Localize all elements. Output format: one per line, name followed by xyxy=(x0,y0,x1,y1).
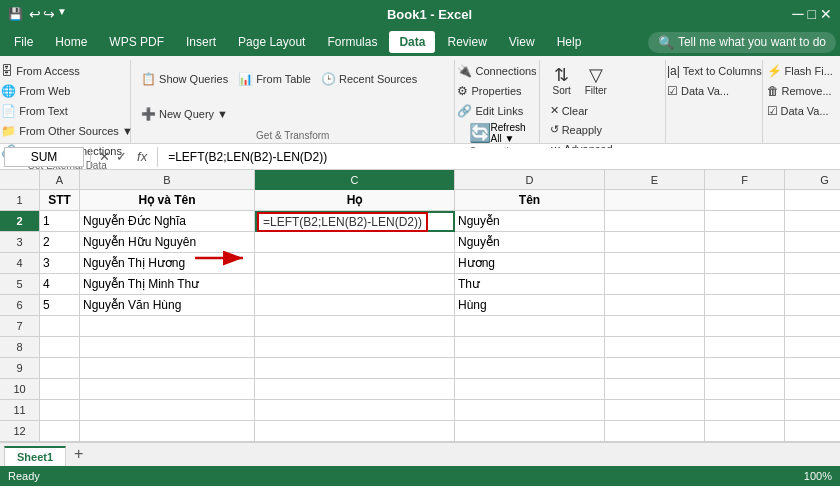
cell-e10[interactable] xyxy=(605,379,705,400)
row-num-5[interactable]: 5 xyxy=(0,274,40,295)
cell-d3[interactable]: Nguyễn xyxy=(455,232,605,253)
row-num-9[interactable]: 9 xyxy=(0,358,40,379)
formula-input[interactable] xyxy=(164,148,836,166)
cell-d7[interactable] xyxy=(455,316,605,337)
cell-e2[interactable] xyxy=(605,211,705,232)
cell-g7[interactable] xyxy=(785,316,840,337)
fx-button[interactable]: fx xyxy=(133,149,151,164)
col-header-e[interactable]: E xyxy=(605,170,705,190)
ribbon-btn-from-other[interactable]: 📁 From Other Sources ▼ xyxy=(0,122,137,140)
cell-f3[interactable] xyxy=(705,232,785,253)
ribbon-btn-data-validation[interactable]: ☑ Data Va... xyxy=(663,82,733,100)
cell-e11[interactable] xyxy=(605,400,705,421)
cell-d6[interactable]: Hùng xyxy=(455,295,605,316)
cell-g3[interactable] xyxy=(785,232,840,253)
cell-g9[interactable] xyxy=(785,358,840,379)
ribbon-btn-new-query[interactable]: ➕ New Query ▼ xyxy=(137,105,232,123)
cancel-formula-btn[interactable]: ✕ xyxy=(97,149,112,164)
cell-c1[interactable]: Họ xyxy=(255,190,455,211)
cell-f7[interactable] xyxy=(705,316,785,337)
cell-g1[interactable] xyxy=(785,190,840,211)
row-num-3[interactable]: 3 xyxy=(0,232,40,253)
menu-insert[interactable]: Insert xyxy=(176,31,226,53)
cell-d4[interactable]: Hương xyxy=(455,253,605,274)
cell-d5[interactable]: Thư xyxy=(455,274,605,295)
cell-a12[interactable] xyxy=(40,421,80,442)
sheet-tab-1[interactable]: Sheet1 xyxy=(4,446,66,466)
cell-g5[interactable] xyxy=(785,274,840,295)
cell-d2[interactable]: Nguyễn xyxy=(455,211,605,232)
cell-d12[interactable] xyxy=(455,421,605,442)
cell-f1[interactable] xyxy=(705,190,785,211)
cell-g6[interactable] xyxy=(785,295,840,316)
ribbon-btn-data-val2[interactable]: ☑ Data Va... xyxy=(763,102,833,120)
row-num-12[interactable]: 12 xyxy=(0,421,40,442)
cell-b8[interactable] xyxy=(80,337,255,358)
cell-a5[interactable]: 4 xyxy=(40,274,80,295)
menu-file[interactable]: File xyxy=(4,31,43,53)
col-header-g[interactable]: G xyxy=(785,170,840,190)
row-num-6[interactable]: 6 xyxy=(0,295,40,316)
cell-g10[interactable] xyxy=(785,379,840,400)
cell-a1[interactable]: STT xyxy=(40,190,80,211)
redo-btn[interactable]: ↪ xyxy=(43,6,55,22)
menu-page-layout[interactable]: Page Layout xyxy=(228,31,315,53)
cell-a9[interactable] xyxy=(40,358,80,379)
cell-f10[interactable] xyxy=(705,379,785,400)
cell-b12[interactable] xyxy=(80,421,255,442)
cell-c11[interactable] xyxy=(255,400,455,421)
save-icon[interactable]: 💾 xyxy=(8,7,23,21)
cell-f5[interactable] xyxy=(705,274,785,295)
row-num-8[interactable]: 8 xyxy=(0,337,40,358)
ribbon-btn-connections[interactable]: 🔌 Connections xyxy=(453,62,540,80)
ribbon-btn-reapply[interactable]: ↺ Reapply xyxy=(546,121,617,138)
cell-a11[interactable] xyxy=(40,400,80,421)
cell-c10[interactable] xyxy=(255,379,455,400)
ribbon-btn-from-access[interactable]: 🗄 From Access xyxy=(0,62,84,80)
cell-b2[interactable]: Nguyễn Đức Nghĩa xyxy=(80,211,255,232)
cell-g2[interactable] xyxy=(785,211,840,232)
cell-b4[interactable]: Nguyễn Thị Hương xyxy=(80,253,255,274)
cell-b11[interactable] xyxy=(80,400,255,421)
cell-a8[interactable] xyxy=(40,337,80,358)
ribbon-btn-text-columns[interactable]: |a| Text to Columns xyxy=(663,62,766,80)
row-num-1[interactable]: 1 xyxy=(0,190,40,211)
cell-c8[interactable] xyxy=(255,337,455,358)
row-num-7[interactable]: 7 xyxy=(0,316,40,337)
ribbon-btn-show-queries[interactable]: 📋 Show Queries xyxy=(137,70,232,88)
close-btn[interactable]: ✕ xyxy=(820,6,832,22)
row-num-11[interactable]: 11 xyxy=(0,400,40,421)
cell-f4[interactable] xyxy=(705,253,785,274)
ribbon-btn-edit-links[interactable]: 🔗 Edit Links xyxy=(453,102,527,120)
undo-btn[interactable]: ↩ xyxy=(29,6,41,22)
cell-g4[interactable] xyxy=(785,253,840,274)
cell-b7[interactable] xyxy=(80,316,255,337)
cell-f6[interactable] xyxy=(705,295,785,316)
cell-a6[interactable]: 5 xyxy=(40,295,80,316)
cell-a2[interactable]: 1 xyxy=(40,211,80,232)
cell-c12[interactable] xyxy=(255,421,455,442)
add-sheet-btn[interactable]: + xyxy=(66,442,91,466)
cell-a3[interactable]: 2 xyxy=(40,232,80,253)
row-num-10[interactable]: 10 xyxy=(0,379,40,400)
menu-wps-pdf[interactable]: WPS PDF xyxy=(99,31,174,53)
cell-e4[interactable] xyxy=(605,253,705,274)
minimize-btn[interactable]: ─ xyxy=(792,5,803,23)
cell-f12[interactable] xyxy=(705,421,785,442)
cell-e7[interactable] xyxy=(605,316,705,337)
cell-c4[interactable] xyxy=(255,253,455,274)
cell-b6[interactable]: Nguyễn Văn Hùng xyxy=(80,295,255,316)
ribbon-btn-from-table[interactable]: 📊 From Table xyxy=(234,70,315,88)
col-header-a[interactable]: A xyxy=(40,170,80,190)
cell-f9[interactable] xyxy=(705,358,785,379)
cell-g11[interactable] xyxy=(785,400,840,421)
ribbon-btn-flash-fill[interactable]: ⚡ Flash Fi... xyxy=(763,62,837,80)
cell-b9[interactable] xyxy=(80,358,255,379)
cell-c5[interactable] xyxy=(255,274,455,295)
ribbon-btn-remove-dup[interactable]: 🗑 Remove... xyxy=(763,82,836,100)
ribbon-btn-clear[interactable]: ✕ Clear xyxy=(546,102,617,119)
cell-e6[interactable] xyxy=(605,295,705,316)
row-num-4[interactable]: 4 xyxy=(0,253,40,274)
col-header-b[interactable]: B xyxy=(80,170,255,190)
cell-f11[interactable] xyxy=(705,400,785,421)
